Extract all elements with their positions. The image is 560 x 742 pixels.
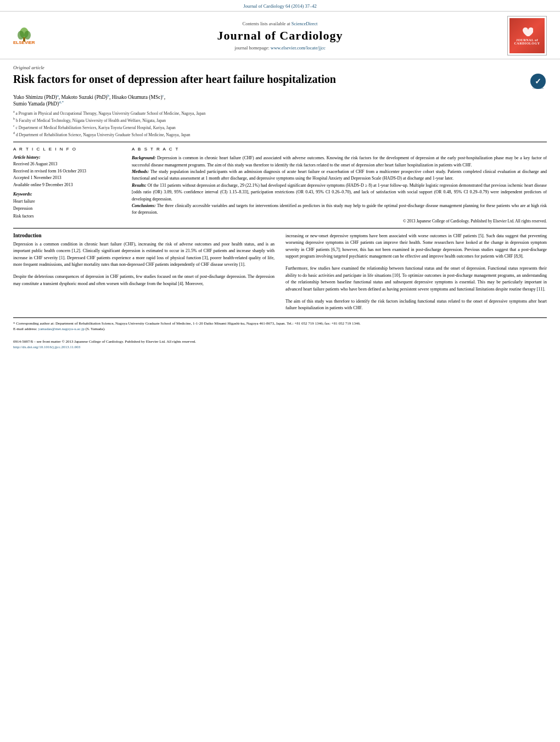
article-info-title: A R T I C L E I N F O: [13, 147, 123, 152]
results-text: Of the 131 patients without depression a…: [132, 183, 547, 202]
introduction-heading: Introduction: [13, 233, 275, 238]
elsevier-logo-icon: ELSEVIER: [13, 25, 57, 45]
crossmark-icon: ✓ CrossMark: [529, 72, 547, 90]
keyword-3: Risk factors: [13, 213, 123, 220]
footnote-star: * Corresponding author at: Department of…: [13, 321, 547, 332]
homepage-link[interactable]: www.elsevier.com/locate/jjcc: [271, 45, 326, 51]
journal-ref-text: Journal of Cardiology 64 (2014) 37–42: [243, 3, 316, 9]
article-history-label: Article history:: [13, 155, 123, 160]
article-info-column: A R T I C L E I N F O Article history: R…: [13, 147, 123, 224]
doi-line: http://dx.doi.org/10.1016/j.jjcc.2013.11…: [13, 344, 547, 350]
affiliation-a: a a Program in Physical and Occupational…: [13, 109, 547, 116]
body-divider: [13, 228, 547, 228]
affiliations: a a Program in Physical and Occupational…: [13, 109, 547, 137]
sciencedirect-link[interactable]: ScienceDirect: [292, 21, 318, 26]
intro-paragraph-2: Despite the deleterious consequences of …: [13, 274, 275, 287]
right-paragraph-1: increasing or new-onset depressive sympt…: [285, 233, 547, 260]
article-type-label: Original article: [13, 65, 547, 70]
authors: Yuko Shimizu (PhD)a, Makoto Suzuki (PhD)…: [13, 93, 547, 107]
conclusions-text: The three clinically accessible variable…: [132, 203, 547, 215]
abstract-text: Background: Depression is common in chro…: [132, 155, 547, 216]
email-note: (S. Yamada).: [86, 327, 105, 331]
header-center: Contents lists available at ScienceDirec…: [63, 21, 497, 51]
body-columns: Introduction Depression is a common cond…: [0, 233, 560, 312]
keyword-1: Heart failure: [13, 198, 123, 205]
corresponding-author-link[interactable]: *: [61, 100, 64, 104]
methods-label: Methods:: [132, 169, 149, 174]
doi-link[interactable]: http://dx.doi.org/10.1016/j.jjcc.2013.11…: [13, 345, 80, 349]
footnote-area: * Corresponding author at: Department of…: [13, 317, 547, 332]
article-title-row: Risk factors for onset of depression aft…: [13, 72, 547, 90]
intro-paragraph-1: Depression is a common condition in chro…: [13, 241, 275, 269]
article-section: Original article Risk factors for onset …: [0, 59, 560, 224]
article-revised: Received in revised form 16 October 2013: [13, 168, 123, 175]
article-accepted: Accepted 1 November 2013: [13, 175, 123, 181]
article-title: Risk factors for onset of depression aft…: [13, 72, 523, 86]
keywords-label: Keywords:: [13, 192, 123, 197]
copyright-line: © 2013 Japanese College of Cardiology. P…: [132, 219, 547, 224]
email-link[interactable]: yamadas@met.nagoya-u.ac.jp: [38, 327, 85, 331]
results-label: Results:: [132, 183, 147, 188]
header-right: JOURNAL of CARDIOLOGY: [497, 16, 547, 55]
homepage-line: journal homepage: www.elsevier.com/locat…: [63, 45, 497, 51]
journal-logo-inner: JOURNAL of CARDIOLOGY: [509, 18, 545, 53]
right-paragraph-3: The aim of this study was therefore to i…: [285, 298, 547, 312]
elsevier-logo-area: ELSEVIER: [13, 25, 63, 46]
affiliation-c: c c Department of Medical Rehabilitation…: [13, 124, 547, 131]
email-label: E-mail address:: [13, 327, 37, 331]
issn-line: 0914-5087/$ – see front matter © 2013 Ja…: [13, 339, 547, 345]
background-label: Background:: [132, 155, 156, 160]
this-word: this: [360, 247, 367, 252]
header-area: ELSEVIER Contents lists available at Sci…: [0, 12, 560, 59]
keywords-list: Heart failure Depression Risk factors: [13, 198, 123, 220]
bottom-bar: 0914-5087/$ – see front matter © 2013 Ja…: [0, 337, 560, 353]
divider-1: [13, 142, 547, 142]
info-abstract-columns: A R T I C L E I N F O Article history: R…: [13, 147, 547, 224]
journal-ref-bar: Journal of Cardiology 64 (2014) 37–42: [0, 0, 560, 12]
page: Journal of Cardiology 64 (2014) 37–42 EL…: [0, 0, 560, 742]
article-available: Available online 9 December 2013: [13, 182, 123, 188]
keyword-2: Depression: [13, 205, 123, 212]
contents-line: Contents lists available at ScienceDirec…: [63, 21, 497, 26]
right-paragraph-2: Furthermore, few studies have examined t…: [285, 265, 547, 293]
journal-title: Journal of Cardiology: [63, 29, 497, 43]
abstract-column: A B S T R A C T Background: Depression i…: [132, 147, 547, 224]
conclusions-label: Conclusions:: [132, 203, 156, 208]
article-received: Received 26 August 2013: [13, 161, 123, 168]
svg-text:✓: ✓: [535, 77, 541, 86]
logo-text-2: CARDIOLOGY: [514, 42, 540, 45]
svg-text:CrossMark: CrossMark: [533, 87, 543, 90]
body-right-column: increasing or new-onset depressive sympt…: [285, 233, 547, 312]
heart-icon: [521, 26, 533, 37]
body-left-column: Introduction Depression is a common cond…: [13, 233, 275, 312]
affiliation-b: b b Faculty of Medical Technology, Niiga…: [13, 116, 547, 124]
methods-text: The study population included participan…: [132, 169, 547, 181]
abstract-title: A B S T R A C T: [132, 147, 547, 152]
journal-logo-box: JOURNAL of CARDIOLOGY: [507, 16, 547, 55]
svg-text:ELSEVIER: ELSEVIER: [13, 40, 35, 45]
affiliation-d: d d Department of Rehabilitation Science…: [13, 131, 547, 138]
background-text: Depression is common in chronic heart fa…: [132, 155, 547, 167]
